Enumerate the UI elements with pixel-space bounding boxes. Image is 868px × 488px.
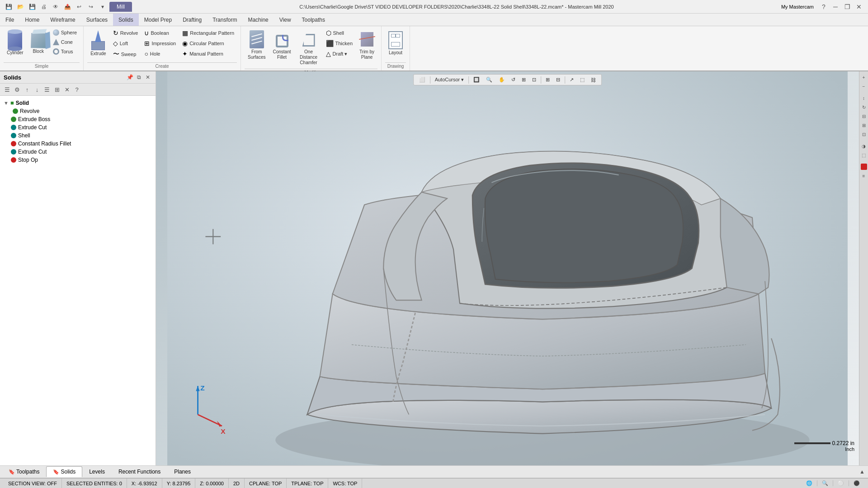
tree-collapse-solid[interactable]: ▼ xyxy=(4,100,9,106)
tab-recent-functions[interactable]: Recent Functions xyxy=(112,466,167,477)
menu-toolpaths[interactable]: Toolpaths xyxy=(297,14,330,26)
tab-solids[interactable]: 🔖 Solids xyxy=(46,466,82,477)
tree-item-extrude-boss[interactable]: Extrude Boss xyxy=(2,115,154,123)
menu-transform[interactable]: Transform xyxy=(207,14,242,26)
draft-btn[interactable]: △ Draft ▾ xyxy=(323,49,356,59)
viewport[interactable]: ⬜ AutoCursor ▾ 🔲 🔍 ✋ ↺ ⊞ ⊡ ⊞ ⊟ ↗ ⬚ ⛓ xyxy=(156,71,859,465)
rectangular-pattern-btn[interactable]: ▦ Rectangular Pattern xyxy=(179,28,237,38)
rs-settings-btn[interactable]: ≡ xyxy=(860,172,868,180)
sphere-btn[interactable]: Sphere xyxy=(50,28,80,37)
menu-model-prep[interactable]: Model Prep xyxy=(139,14,177,26)
constant-fillet-btn[interactable]: ConstantFillet xyxy=(270,28,294,62)
qat-preview-btn[interactable]: 👁 xyxy=(51,2,61,12)
rs-wire-btn[interactable]: ⬚ xyxy=(860,151,868,159)
status-circle-btn[interactable]: ⚪ xyxy=(833,480,849,486)
menu-drafting[interactable]: Drafting xyxy=(177,14,207,26)
vp-select-btn[interactable]: ↗ xyxy=(567,75,576,84)
menu-solids[interactable]: Solids xyxy=(113,14,139,26)
tree-item-revolve[interactable]: Revolve xyxy=(2,107,154,115)
one-distance-chamfer-btn[interactable]: One DistanceChamfer xyxy=(295,28,322,68)
help-btn[interactable]: ? xyxy=(818,1,829,12)
cylinder-btn[interactable]: Cylinder xyxy=(4,28,27,59)
rs-active-btn[interactable] xyxy=(861,164,867,170)
tree-item-extrude-cut-2[interactable]: Extrude Cut xyxy=(2,148,154,156)
manual-pattern-btn[interactable]: ✦ Manual Pattern xyxy=(179,49,237,59)
qat-redo-btn[interactable]: ↪ xyxy=(86,2,96,12)
rs-rotate-btn[interactable]: ↻ xyxy=(860,103,868,111)
menu-surfaces[interactable]: Surfaces xyxy=(81,14,113,26)
qat-dropdown-btn[interactable]: ▾ xyxy=(98,2,108,12)
extrude-btn[interactable]: Extrude xyxy=(87,28,109,59)
rs-zoom-in-btn[interactable]: + xyxy=(860,73,868,81)
menu-home[interactable]: Home xyxy=(19,14,45,26)
stb-help-btn[interactable]: ? xyxy=(72,85,81,94)
rs-zoom-out-btn[interactable]: − xyxy=(860,82,868,90)
stb-move-down-btn[interactable]: ↓ xyxy=(33,85,42,94)
vp-pan-btn[interactable]: ✋ xyxy=(496,75,508,84)
status-circle2-btn[interactable]: ⚫ xyxy=(849,480,864,486)
layout-btn[interactable]: Layout xyxy=(385,28,406,59)
stb-list-view-btn[interactable]: ☰ xyxy=(42,85,52,94)
sweep-btn[interactable]: 〜 Sweep xyxy=(110,49,141,60)
stb-tree-view-btn[interactable]: ⊞ xyxy=(52,85,61,94)
boolean-btn[interactable]: ∪ Boolean xyxy=(142,28,179,38)
vp-zoomwin-btn[interactable]: ⊞ xyxy=(519,75,528,84)
qat-save3-btn[interactable]: 📤 xyxy=(62,2,72,12)
vp-view-btn[interactable]: 🔲 xyxy=(471,75,482,84)
vp-chain-btn[interactable]: ⛓ xyxy=(588,76,599,84)
mill-tab[interactable]: Mill xyxy=(109,2,132,12)
qat-open-btn[interactable]: 📂 xyxy=(15,2,25,12)
circular-pattern-btn[interactable]: ◉ Circular Pattern xyxy=(179,38,237,48)
qat-save2-btn[interactable]: 💾 xyxy=(27,2,37,12)
rs-view3-btn[interactable]: ⊡ xyxy=(860,130,868,138)
vp-rotate-btn[interactable]: ↺ xyxy=(509,75,518,84)
hole-btn[interactable]: ○ Hole xyxy=(142,49,179,59)
tree-item-constant-radius-fillet[interactable]: Constant Radius Fillet xyxy=(2,140,154,148)
vp-shading-btn[interactable]: ⬜ xyxy=(416,75,428,84)
loft-btn[interactable]: ◇ Loft xyxy=(110,38,141,48)
my-mastercam-link[interactable]: My Mastercam xyxy=(781,4,814,9)
shell-btn[interactable]: ⬡ Shell xyxy=(323,28,356,38)
rs-view1-btn[interactable]: ⊟ xyxy=(860,112,868,120)
tree-item-extrude-cut-1[interactable]: Extrude Cut xyxy=(2,123,154,131)
vp-snap-btn[interactable]: ⊟ xyxy=(553,75,563,84)
rs-shade-btn[interactable]: ◑ xyxy=(860,142,868,150)
status-globe-btn[interactable]: 🌐 xyxy=(802,480,817,486)
tree-item-stop-op[interactable]: Stop Op xyxy=(2,156,154,164)
minimize-btn[interactable]: ─ xyxy=(830,1,841,12)
vp-window-sel-btn[interactable]: ⬚ xyxy=(577,75,587,84)
status-zoom-btn[interactable]: 🔍 xyxy=(817,480,833,486)
stb-filter-btn[interactable]: ⚙ xyxy=(13,85,22,94)
menu-machine[interactable]: Machine xyxy=(242,14,274,26)
thicken-btn[interactable]: ⬛ Thicken xyxy=(323,38,356,48)
qat-print-btn[interactable]: 🖨 xyxy=(39,2,49,12)
stb-delete-btn[interactable]: ✕ xyxy=(62,85,71,94)
qat-undo-btn[interactable]: ↩ xyxy=(74,2,84,12)
tab-planes[interactable]: Planes xyxy=(167,466,198,477)
qat-save-btn[interactable]: 💾 xyxy=(4,2,14,12)
tree-root-solid[interactable]: ▼ ■ Solid xyxy=(2,99,154,107)
close-btn[interactable]: ✕ xyxy=(854,1,864,12)
vp-autocursor-btn[interactable]: AutoCursor ▾ xyxy=(432,75,467,84)
tab-toolpaths[interactable]: 🔖 Toolpaths xyxy=(2,466,46,477)
from-surfaces-btn[interactable]: FromSurfaces xyxy=(245,28,269,62)
vp-zoom-btn[interactable]: 🔍 xyxy=(483,75,495,84)
menu-file[interactable]: File xyxy=(0,14,19,26)
tree-item-shell[interactable]: Shell xyxy=(2,131,154,140)
block-btn[interactable]: Block xyxy=(28,28,49,59)
sidebar-pin-btn[interactable]: 📌 xyxy=(126,73,134,81)
trim-by-plane-btn[interactable]: Trim byPlane xyxy=(356,28,377,62)
menu-wireframe[interactable]: Wireframe xyxy=(45,14,80,26)
tab-collapse-btn[interactable]: ▲ xyxy=(858,468,866,476)
stb-move-up-btn[interactable]: ↑ xyxy=(23,85,32,94)
impression-btn[interactable]: ⊞ Impression xyxy=(142,38,179,48)
stb-select-all-btn[interactable]: ☰ xyxy=(3,85,12,94)
rs-pan-btn[interactable]: ↕ xyxy=(860,94,868,102)
vp-grid-btn[interactable]: ⊞ xyxy=(543,75,552,84)
revolve-btn[interactable]: ↻ Revolve xyxy=(110,28,141,38)
rs-view2-btn[interactable]: ⊞ xyxy=(860,121,868,129)
torus-btn[interactable]: Torus xyxy=(50,47,80,56)
restore-btn[interactable]: ❐ xyxy=(842,1,853,12)
cone-btn[interactable]: Cone xyxy=(50,38,80,47)
sidebar-close-btn[interactable]: ✕ xyxy=(144,73,152,81)
